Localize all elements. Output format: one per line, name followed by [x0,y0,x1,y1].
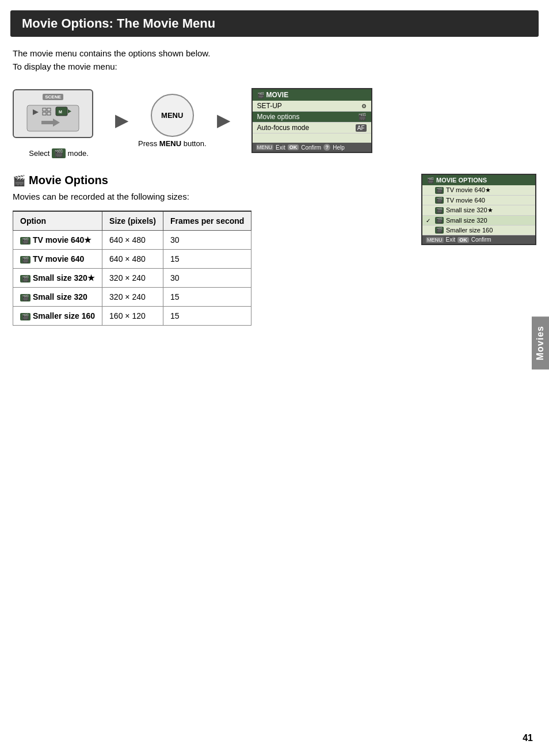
menu-spacer [253,133,371,143]
opt4-label: Small size 320 [446,217,487,224]
row1-fps: 30 [163,231,251,250]
dial-icons: M [24,102,82,134]
row3-fps: 30 [163,269,251,288]
row5-icon: 🎬 [20,313,30,320]
section2-title: 🎬 Movie Options [13,174,410,187]
select-post: mode. [66,149,89,158]
page-number: 41 [523,733,533,743]
menu-mockup-header: 🎬 MOVIE [253,89,371,101]
table-row: 🎬 TV movie 640 640 × 480 15 [13,250,251,269]
col-size: Size (pixels) [102,211,163,231]
row1-label: TV movie 640★ [33,235,92,245]
scene-badge: SCENE [43,94,63,100]
opt1-icon: 🎬 [435,187,444,194]
section2-left: 🎬 Movie Options Movies can be recorded a… [13,174,410,326]
row4-option: 🎬 Small size 320 [13,288,102,307]
opt3-icon: 🎬 [435,207,444,214]
row2-option: 🎬 TV movie 640 [13,250,102,269]
movie-opt-row4: ✓ 🎬 Small size 320 [422,216,535,226]
confirm-label: Confirm [301,144,321,151]
select-pre: Select [29,149,52,158]
press-bold: MENU [159,139,181,148]
help-label: Help [333,144,345,151]
ok-badge: OK [288,144,299,150]
options-table: Option Size (pixels) Frames per second 🎬… [13,211,251,326]
opt4-icon: 🎬 [435,217,444,224]
row3-option: 🎬 Small size 320★ [13,269,102,288]
row5-fps: 15 [163,307,251,326]
movie-opt-row1: 🎬 TV movie 640★ [422,185,535,196]
menu-button-diagram: MENU [151,94,194,137]
menu-row-af: Auto-focus mode AF [253,123,371,133]
row5-label: Smaller size 160 [33,311,95,320]
row5-option: 🎬 Smaller size 160 [13,307,102,326]
press-pre: Press [138,139,159,148]
table-row: 🎬 Smaller size 160 160 × 120 15 [13,307,251,326]
menu-button-label: MENU [161,111,183,120]
check3 [426,207,433,213]
menu-label: MENU [256,144,274,150]
intro-line1: The movie menu contains the options show… [13,47,536,60]
svg-rect-0 [27,105,79,131]
movie-mode-icon-label: 🎬 [52,148,66,158]
menu-footer: MENU Exit OK Confirm ? Help [253,143,371,152]
intro-line2: To display the movie menu: [13,60,536,74]
menu-options-arrow: 🎬 [358,113,367,121]
menu-row-options: Movie options 🎬 [253,112,371,123]
row2-label: TV movie 640 [33,254,85,264]
row3-label: Small size 320★ [33,273,95,282]
row1-option: 🎬 TV movie 640★ [13,231,102,250]
movie-confirm-label: Confirm [471,236,491,243]
row2-size: 640 × 480 [102,250,163,269]
intro-text: The movie menu contains the options show… [13,47,536,73]
col-option: Option [13,211,102,231]
table-row: 🎬 Small size 320★ 320 × 240 30 [13,269,251,288]
row1-size: 640 × 480 [102,231,163,250]
movie-opts-footer: MENU Exit OK Confirm [422,235,535,244]
opt3-label: Small size 320★ [446,207,493,214]
movie-opts-icon: 🎬 [427,177,434,184]
movie-ok-badge: OK [458,237,469,243]
menu-af-label: Auto-focus mode [257,124,310,132]
table-row: 🎬 TV movie 640★ 640 × 480 30 [13,231,251,250]
check1 [426,187,433,193]
check4: ✓ [426,217,433,224]
menu-button-col: MENU Press MENU button. [138,94,207,148]
help-icon: ? [323,144,330,151]
section2-desc: Movies can be recorded at the following … [13,192,410,201]
row3-icon: 🎬 [20,275,30,282]
movie-opt-row3: 🎬 Small size 320★ [422,205,535,216]
arrow-1: ▶ [115,111,128,130]
col-fps: Frames per second [163,211,251,231]
row4-fps: 15 [163,288,251,307]
movie-options-mockup: 🎬 MOVIE OPTIONS 🎬 TV movie 640★ 🎬 TV mov… [421,174,536,245]
menu-af-icon: AF [356,124,367,132]
sidebar-tab: Movies [532,316,549,369]
menu-setup-label: SET-UP [257,102,282,110]
check5 [426,227,433,234]
menu-row-setup: SET-UP ⚙ [253,101,371,112]
camera-body: SCENE [13,89,93,138]
section2-title-text: Movie Options [29,174,108,187]
page-header: Movie Options: The Movie Menu [10,10,539,37]
press-caption: Press MENU button. [138,139,207,148]
svg-text:M: M [59,110,62,114]
camera-diagram-col: SCENE [13,83,105,158]
row3-size: 320 × 240 [102,269,163,288]
row1-icon: 🎬 [20,237,30,245]
diagram-row: SCENE [13,83,536,158]
camera-diagram: SCENE [13,83,105,147]
section2-movie-icon: 🎬 [13,174,25,187]
row2-fps: 15 [163,250,251,269]
menu-mockup-title: MOVIE [266,91,289,99]
movie-opts-title: MOVIE OPTIONS [436,177,487,184]
opt5-icon: 🎬 [435,227,444,234]
row5-size: 160 × 120 [102,307,163,326]
exit-label: Exit [276,144,285,151]
movie-menu-label: MENU [426,237,444,243]
opt1-label: TV movie 640★ [446,186,491,194]
row4-size: 320 × 240 [102,288,163,307]
table-row: 🎬 Small size 320 320 × 240 15 [13,288,251,307]
check2 [426,197,433,204]
camera-dial-svg: M [24,102,82,134]
